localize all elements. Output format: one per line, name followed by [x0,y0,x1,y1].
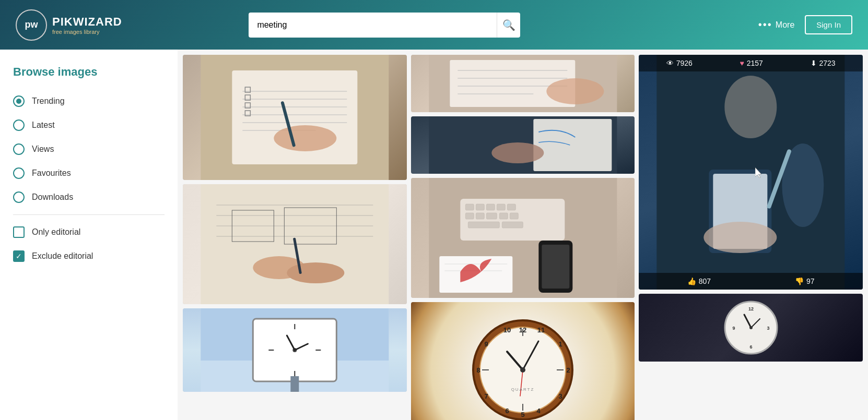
checkbox-exclude-editorial: ✓ [13,250,25,262]
checkbox-only-editorial [13,226,25,238]
svg-text:9: 9 [732,326,735,331]
eye-icon: 👁 [666,59,674,67]
view-count: 👁 7926 [666,59,693,67]
image-gallery: 12 1 2 3 4 5 6 7 8 9 10 11 [178,50,868,420]
filter-label-only-editorial: Only editorial [32,227,80,237]
browse-title: Browse images [0,60,178,89]
thumbs-down-icon: 👎 [795,277,804,285]
app-header: pw PIKWIZARD free images library 🔍 ••• M… [0,0,868,50]
brand-name: PIKWIZARD [52,15,122,29]
svg-text:8: 8 [476,366,480,374]
sidebar-divider [13,214,165,215]
svg-rect-43 [533,119,612,171]
heart-icon: ♥ [740,59,744,67]
svg-rect-52 [465,213,474,219]
svg-point-44 [491,142,544,163]
svg-text:12: 12 [748,306,754,311]
search-icon: 🔍 [502,19,515,31]
svg-text:5: 5 [521,411,524,418]
radio-trending [13,95,25,107]
sidebar-item-favourites[interactable]: Favourites [0,161,178,185]
download-icon: ⬇ [811,59,817,67]
radio-downloads [13,191,25,203]
image-card-5[interactable] [411,178,635,298]
thumbs-up-icon: 👍 [687,277,696,285]
svg-point-22 [287,262,344,283]
sidebar-label-views: Views [32,145,54,154]
sidebar-item-downloads[interactable]: Downloads [0,185,178,209]
radio-favourites [13,167,25,179]
logo-icon: pw [16,9,47,41]
svg-text:6: 6 [505,407,509,415]
image-card-2[interactable] [411,55,635,112]
thumbs-up-count: 👍 807 [687,277,711,285]
svg-point-85 [520,367,525,373]
svg-rect-57 [468,222,499,228]
svg-text:7: 7 [484,392,488,400]
sidebar-label-downloads: Downloads [32,193,73,202]
sidebar-item-latest[interactable]: Latest [0,113,178,137]
radio-views [13,143,25,155]
svg-text:2: 2 [566,366,570,374]
thumbs-down-count: 👎 97 [795,277,815,285]
image-card-7[interactable] [183,308,407,392]
checkmark-icon: ✓ [16,252,22,260]
image-reaction-overlay: 👍 807 👎 97 [639,273,863,290]
radio-latest [13,119,25,131]
logo-text: PIKWIZARD free images library [52,15,122,35]
svg-point-91 [704,222,777,253]
clock-svg: 12 1 2 3 4 5 6 7 8 9 10 11 [471,318,575,420]
more-button[interactable]: ••• More [758,19,794,31]
svg-text:4: 4 [536,407,541,415]
more-dots-icon: ••• [758,19,772,31]
main-container: Browse images Trending Latest Views Favo… [0,50,868,420]
svg-text:3: 3 [558,392,562,400]
svg-rect-58 [502,222,523,228]
svg-rect-49 [486,204,495,210]
svg-text:1: 1 [558,340,562,348]
image-card-4[interactable] [183,184,407,304]
svg-text:6: 6 [749,344,752,350]
image-card-1[interactable] [183,55,407,180]
svg-rect-51 [507,204,515,210]
filter-exclude-editorial[interactable]: ✓ Exclude editorial [0,244,178,268]
sidebar: Browse images Trending Latest Views Favo… [0,50,178,420]
sidebar-item-trending[interactable]: Trending [0,89,178,113]
sidebar-item-views[interactable]: Views [0,137,178,161]
filter-only-editorial[interactable]: Only editorial [0,220,178,244]
svg-rect-50 [497,204,505,210]
svg-text:3: 3 [767,326,769,331]
more-label: More [776,20,794,30]
svg-rect-55 [499,213,508,219]
search-button[interactable]: 🔍 [497,13,520,38]
svg-text:11: 11 [537,326,545,334]
svg-rect-48 [476,204,484,210]
svg-point-88 [725,76,777,138]
svg-rect-60 [542,245,569,289]
search-input[interactable] [249,13,497,38]
svg-rect-54 [486,213,497,219]
image-stats-overlay: 👁 7926 ♥ 2157 ⬇ 2723 [639,55,863,71]
svg-text:10: 10 [503,326,511,334]
like-count: ♥ 2157 [740,59,763,67]
header-right: ••• More Sign In [758,15,852,34]
sidebar-label-favourites: Favourites [32,169,71,178]
svg-text:QUARTZ: QUARTZ [511,387,535,392]
svg-rect-47 [465,204,474,210]
sidebar-label-trending: Trending [32,97,65,106]
image-card-8[interactable]: 12 1 2 3 4 5 6 7 8 9 10 11 [411,302,635,420]
dark-clock-svg: 12 3 6 9 [722,299,780,356]
filter-label-exclude-editorial: Exclude editorial [32,251,93,261]
svg-text:9: 9 [484,340,488,348]
image-card-9[interactable]: 12 3 6 9 [639,294,863,362]
svg-rect-56 [510,213,518,219]
svg-point-41 [546,78,604,104]
tagline: free images library [52,29,122,35]
image-card-3[interactable] [411,116,635,174]
logo-area: pw PIKWIZARD free images library [16,9,122,41]
svg-point-12 [274,125,336,151]
svg-rect-34 [290,376,299,392]
search-area: 🔍 [249,13,520,38]
signin-button[interactable]: Sign In [805,15,852,34]
image-card-6[interactable]: 👁 7926 ♥ 2157 ⬇ 2723 👍 [639,55,863,290]
